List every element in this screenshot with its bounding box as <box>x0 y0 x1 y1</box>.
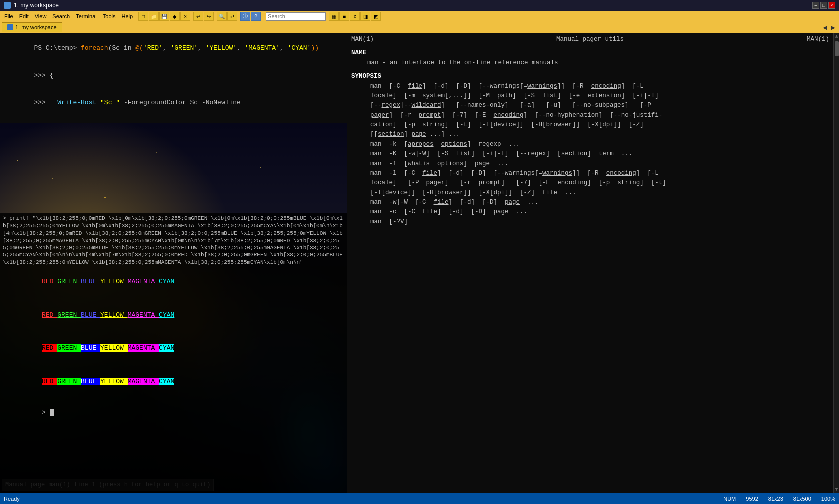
toolbar: □ 📁 💾 ◆ × ↩ ↪ 🔍 ⇄ ⓘ ? <box>138 12 261 21</box>
tab-workspace[interactable]: 1. my workspace <box>2 22 62 32</box>
syn-system: system[,...] <box>422 92 467 99</box>
toolbar-undo-icon[interactable]: ↩ <box>193 12 203 21</box>
syn-whatis: whatis <box>408 160 430 167</box>
ol1-green: GREEN <box>57 278 81 285</box>
ol1-magenta: MAGENTA <box>128 278 159 285</box>
menu-terminal[interactable]: Terminal <box>73 13 99 20</box>
syn-browser-2: browser <box>437 189 464 196</box>
search-input[interactable] <box>268 13 324 19</box>
syn-dpi-1: dpi <box>602 121 614 128</box>
man-synopsis-content: man [-C file] [-d] [-D] [--warnings[=war… <box>355 82 829 227</box>
top-terminal[interactable]: PS C:\temp> foreach($c in @('RED', 'GREE… <box>0 33 347 123</box>
menu-edit[interactable]: Edit <box>17 13 31 20</box>
titlebar-text: 1. my workspace <box>14 2 59 9</box>
scroll-down[interactable]: ▼ <box>835 486 838 493</box>
str-yellow: 'YELLOW' <box>206 44 237 52</box>
syn-prompt-2: prompt <box>479 179 501 186</box>
toolbar-save-all-icon[interactable]: ◆ <box>170 12 180 21</box>
toolbar-find-icon[interactable]: 🔍 <box>217 12 227 21</box>
syn-line-12: [-T[device]] [-H[browser]] [-X[dpi]] [-Z… <box>355 188 829 198</box>
syn-line-3: [--regex|--wildcard] [--names-only] [-a]… <box>355 101 829 110</box>
tab-label: 1. my workspace <box>15 24 57 30</box>
left-panel: PS C:\temp> foreach($c in @('RED', 'GREE… <box>0 33 347 493</box>
terminal-line-3: >>> Write-Host "$c " -ForegroundColor $c… <box>3 89 344 117</box>
titlebar-left: 1. my workspace <box>4 2 59 9</box>
syn-line-7: man -k [apropos options] regexp ... <box>355 140 829 149</box>
status-pos1: 9592 <box>746 496 758 502</box>
syn-path: path <box>497 92 512 99</box>
syn-browser-1: browser <box>546 121 573 128</box>
menu-search[interactable]: Search <box>50 13 72 20</box>
syn-device-1: device <box>494 121 516 128</box>
cmd-foreach-close: )) <box>311 44 319 52</box>
man-area: MAN(1) Manual pager utils MAN(1) NAME ma… <box>347 33 839 493</box>
syn-locale-2: locale <box>370 179 393 186</box>
syn-line-13: man -w|-W [-C file] [-d] [-D] page ... <box>355 198 829 207</box>
menu-view[interactable]: View <box>32 13 49 20</box>
scroll-up[interactable]: ▲ <box>835 33 838 40</box>
man-name-section: NAME man - an interface to the on-line r… <box>351 48 829 68</box>
menu-help[interactable]: Help <box>119 13 135 20</box>
titlebar: 1. my workspace – □ × <box>0 0 839 11</box>
close-button[interactable]: × <box>828 2 835 9</box>
str-c: "$c " <box>100 99 120 106</box>
syn-line-4: pager] [-r prompt] [-7] [-E encoding] [-… <box>355 111 829 120</box>
syn-line-8: man -K [-w|-W] [-S list] [-i|-I] [--rege… <box>355 149 829 159</box>
toolbar-close-icon[interactable]: × <box>180 12 190 21</box>
statusbar: Ready NUM 9592 81x23 81x500 100% <box>0 493 839 504</box>
tab-scroll-left[interactable]: ◀ <box>821 23 829 32</box>
ol1-yellow: YELLOW <box>100 278 128 285</box>
ol2-cyan: CYAN <box>159 311 174 319</box>
view-icon-5[interactable]: ◩ <box>371 12 381 21</box>
ol3-blue: BLUE <box>81 344 100 352</box>
syn-warnings-2: warnings <box>542 170 572 177</box>
final-prompt-text: > <box>42 409 50 416</box>
view-icon-2[interactable]: ■ <box>339 12 349 21</box>
bottom-terminal[interactable]: > printf "\x1b[38;2;255;0;0mRED \x1b[0m\… <box>0 213 347 493</box>
minimize-button[interactable]: – <box>812 2 819 9</box>
syn-page-3: page <box>505 199 520 206</box>
menubar: File Edit View Search Terminal Tools Hel… <box>0 11 839 22</box>
syn-line-5: cation] [-p string] [-t] [-T[device]] [-… <box>355 120 829 130</box>
syn-device-2: device <box>385 189 408 196</box>
toolbar-new-icon[interactable]: □ <box>138 12 148 21</box>
toolbar-save-icon[interactable]: 💾 <box>159 12 169 21</box>
str-red: 'RED' <box>143 44 163 52</box>
tab-scroll-right[interactable]: ▶ <box>829 23 837 32</box>
left-bottom-area: > printf "\x1b[38;2;255;0;0mRED \x1b[0m\… <box>0 123 347 493</box>
man-text[interactable]: MAN(1) Manual pager utils MAN(1) NAME ma… <box>347 33 833 493</box>
menu-file[interactable]: File <box>2 13 16 20</box>
man-scrollbar[interactable]: ▲ ▼ <box>833 33 839 493</box>
comma1: , <box>163 44 171 52</box>
syn-line-1: man [-C file] [-d] [-D] [--warnings[=war… <box>355 82 829 91</box>
syn-enc-3: encoding <box>606 170 636 177</box>
syn-warnings-1: warnings <box>527 83 557 90</box>
toolbar-open-icon[interactable]: 📁 <box>149 12 159 21</box>
man-header: MAN(1) Manual pager utils MAN(1) <box>351 35 829 44</box>
maximize-button[interactable]: □ <box>820 2 827 9</box>
man-header-right: MAN(1) <box>807 35 829 44</box>
str-cyan: 'CYAN' <box>288 44 311 52</box>
view-icon-1[interactable]: ▦ <box>329 12 339 21</box>
toolbar-findreplace-icon[interactable]: ⇄ <box>227 12 237 21</box>
syn-line-2: locale] [-m system[,...]] [-M path] [-S … <box>355 91 829 101</box>
syn-string-2: string <box>617 179 640 186</box>
cmd-foreach: foreach <box>81 44 108 52</box>
syn-ext: extension <box>587 92 621 99</box>
ol4-yellow: YELLOW <box>100 378 128 385</box>
syn-line-11: locale] [-P pager] [-r prompt] [-7] [-E … <box>355 178 829 188</box>
scroll-thumb[interactable] <box>835 41 839 56</box>
ol4-red: RED <box>42 378 57 385</box>
search-container <box>266 12 326 21</box>
syn-regex-1: regex <box>382 102 401 109</box>
status-ready: Ready <box>4 496 20 502</box>
view-icon-4[interactable]: ◨ <box>360 12 370 21</box>
toolbar-info-icon[interactable]: ⓘ <box>240 12 250 21</box>
view-icon-3[interactable]: Z <box>350 12 360 21</box>
menu-tools[interactable]: Tools <box>100 13 118 20</box>
ol4-magenta: MAGENTA <box>128 378 159 385</box>
toolbar-help-icon[interactable]: ? <box>251 12 261 21</box>
toolbar-redo-icon[interactable]: ↪ <box>204 12 214 21</box>
syn-line-6: [[section] page ...] ... <box>355 130 829 139</box>
str-magenta: 'MAGENTA' <box>245 44 280 52</box>
